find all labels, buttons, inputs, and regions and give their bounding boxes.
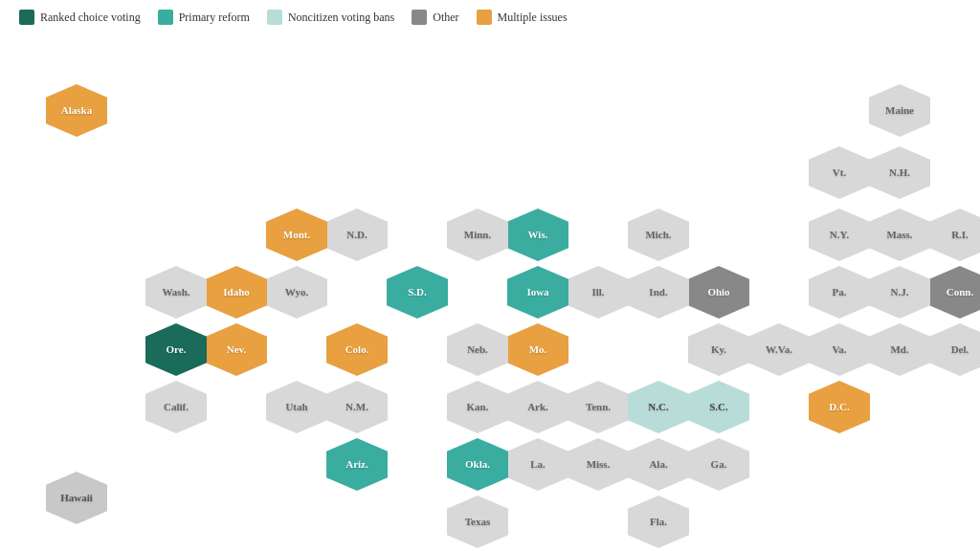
hex-state[interactable]: N.D. bbox=[326, 209, 388, 261]
hex-state-wrap: R.I. bbox=[929, 209, 980, 261]
hex-state[interactable]: Wyo. bbox=[266, 266, 327, 319]
state-label: Mass. bbox=[886, 229, 912, 241]
hex-state[interactable]: Md. bbox=[869, 323, 930, 376]
hex-state[interactable]: Tenn. bbox=[568, 381, 629, 433]
hex-state[interactable]: Alaska bbox=[46, 84, 107, 137]
hex-state[interactable]: Mo. bbox=[507, 323, 568, 376]
state-label: Ore. bbox=[167, 343, 187, 356]
state-label: Fla. bbox=[650, 516, 667, 528]
hex-state[interactable]: Ark. bbox=[507, 381, 568, 433]
state-label: Miss. bbox=[587, 458, 611, 471]
state-label: La. bbox=[530, 458, 546, 471]
hex-state[interactable]: N.C. bbox=[628, 381, 689, 433]
hex-state-wrap: La. bbox=[507, 438, 568, 491]
state-label: Okla. bbox=[465, 458, 490, 471]
hex-state-wrap: Nev. bbox=[206, 323, 267, 376]
hex-state[interactable]: Kan. bbox=[447, 381, 508, 433]
hex-map: AlaskaHawaiiMaineVt.N.H.R.I.Mass.N.Y.Con… bbox=[0, 38, 980, 551]
hex-state[interactable]: Idaho bbox=[206, 266, 267, 319]
hex-state[interactable]: D.C. bbox=[809, 381, 870, 433]
hex-state[interactable]: Ohio bbox=[688, 266, 749, 319]
hex-state-wrap: Minn. bbox=[447, 209, 508, 261]
hex-state[interactable]: Calif. bbox=[145, 381, 207, 433]
legend-label: Other bbox=[433, 11, 458, 25]
hex-state-wrap: Mass. bbox=[869, 209, 930, 261]
hex-state-wrap: Iowa bbox=[507, 266, 568, 319]
hex-state[interactable]: Mass. bbox=[869, 209, 930, 261]
legend-label: Primary reform bbox=[179, 11, 250, 25]
hex-state[interactable]: Utah bbox=[266, 381, 327, 433]
state-label: N.M. bbox=[345, 401, 368, 413]
state-label: Maine bbox=[885, 104, 914, 117]
state-label: Nev. bbox=[227, 343, 246, 356]
hex-state[interactable]: Maine bbox=[869, 84, 930, 137]
hex-state-wrap: Wis. bbox=[507, 209, 568, 261]
hex-state-wrap: Tenn. bbox=[568, 381, 629, 433]
hex-state[interactable]: Neb. bbox=[447, 323, 508, 376]
hex-state[interactable]: Wash. bbox=[145, 266, 207, 319]
hex-state[interactable]: Ill. bbox=[568, 266, 629, 319]
hex-state[interactable]: N.J. bbox=[869, 266, 930, 319]
hex-state[interactable]: W.Va. bbox=[748, 323, 810, 376]
hex-state[interactable]: Ariz. bbox=[326, 438, 388, 491]
hex-state[interactable]: Iowa bbox=[507, 266, 568, 319]
legend-label: Noncitizen voting bans bbox=[288, 11, 394, 25]
legend-label: Ranked choice voting bbox=[40, 11, 141, 25]
hex-state[interactable]: Wis. bbox=[507, 209, 568, 261]
hex-state[interactable]: Conn. bbox=[929, 266, 980, 319]
hex-state-wrap: N.Y. bbox=[809, 209, 870, 261]
hex-state[interactable]: S.C. bbox=[688, 381, 749, 433]
hex-state-wrap: Mich. bbox=[628, 209, 689, 261]
hex-state[interactable]: N.Y. bbox=[809, 209, 870, 261]
state-label: Texas bbox=[465, 516, 491, 528]
hex-state[interactable]: Ga. bbox=[688, 438, 749, 491]
legend-color-swatch bbox=[158, 10, 173, 25]
hex-state[interactable]: Miss. bbox=[568, 438, 629, 491]
hex-state[interactable]: Vt. bbox=[809, 146, 870, 199]
legend-item: Other bbox=[412, 10, 458, 25]
hex-state[interactable]: Okla. bbox=[447, 438, 508, 491]
hex-state-wrap: S.C. bbox=[688, 381, 749, 433]
hex-state-wrap: Va. bbox=[809, 323, 870, 376]
hex-state[interactable]: Del. bbox=[929, 323, 980, 376]
state-label: Ga. bbox=[711, 458, 727, 471]
hex-state[interactable]: S.D. bbox=[387, 266, 448, 319]
hex-state[interactable]: Va. bbox=[809, 323, 870, 376]
hex-state-wrap: S.D. bbox=[387, 266, 448, 319]
hex-state-wrap: Md. bbox=[869, 323, 930, 376]
state-label: D.C. bbox=[829, 401, 849, 413]
state-label: W.Va. bbox=[766, 343, 792, 356]
hex-state[interactable]: N.M. bbox=[326, 381, 388, 433]
legend-color-swatch bbox=[267, 10, 282, 25]
hex-state-wrap: Neb. bbox=[447, 323, 508, 376]
hex-state[interactable]: Ky. bbox=[688, 323, 749, 376]
hex-state[interactable]: Nev. bbox=[206, 323, 267, 376]
hex-state[interactable]: Ore. bbox=[145, 323, 207, 376]
hex-state[interactable]: Texas bbox=[447, 496, 508, 548]
state-label: N.D. bbox=[346, 229, 367, 241]
state-label: Del. bbox=[951, 343, 969, 356]
hex-state[interactable]: R.I. bbox=[929, 209, 980, 261]
hex-state[interactable]: Hawaii bbox=[46, 472, 107, 524]
legend-item: Multiple issues bbox=[477, 10, 568, 25]
hex-state[interactable]: Pa. bbox=[809, 266, 870, 319]
state-label: Hawaii bbox=[60, 492, 93, 504]
hex-state[interactable]: La. bbox=[507, 438, 568, 491]
legend-label: Multiple issues bbox=[498, 11, 568, 25]
hex-state-wrap: Miss. bbox=[568, 438, 629, 491]
hex-state[interactable]: Minn. bbox=[447, 209, 508, 261]
hex-state-wrap: Ark. bbox=[507, 381, 568, 433]
state-label: Wis. bbox=[528, 229, 548, 241]
state-label: Wyo. bbox=[285, 286, 308, 298]
hex-state-wrap: Hawaii bbox=[46, 472, 107, 524]
hex-state[interactable]: Mich. bbox=[628, 209, 689, 261]
hex-state[interactable]: Colo. bbox=[326, 323, 388, 376]
state-label: Alaska bbox=[61, 104, 92, 117]
hex-state[interactable]: N.H. bbox=[869, 146, 930, 199]
hex-state-wrap: Idaho bbox=[206, 266, 267, 319]
hex-state[interactable]: Mont. bbox=[266, 209, 327, 261]
hex-state-wrap: Ala. bbox=[628, 438, 689, 491]
hex-state[interactable]: Ala. bbox=[628, 438, 689, 491]
hex-state[interactable]: Fla. bbox=[628, 496, 689, 548]
hex-state[interactable]: Ind. bbox=[628, 266, 689, 319]
